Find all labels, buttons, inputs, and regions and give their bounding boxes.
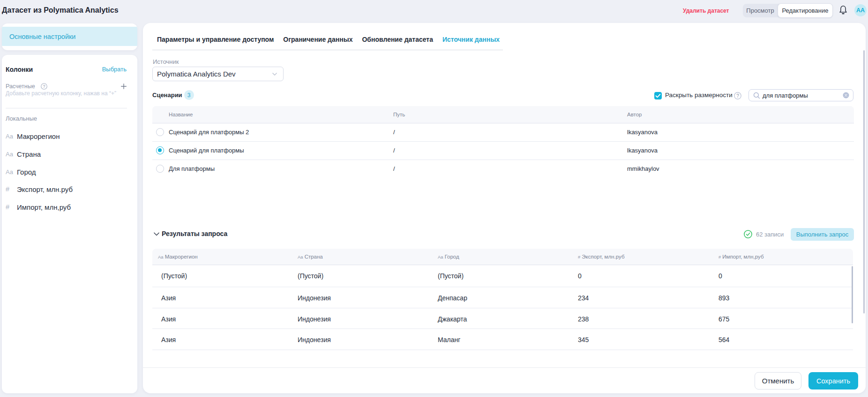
svg-text:?: ? xyxy=(736,93,739,99)
svg-text:?: ? xyxy=(43,84,45,89)
